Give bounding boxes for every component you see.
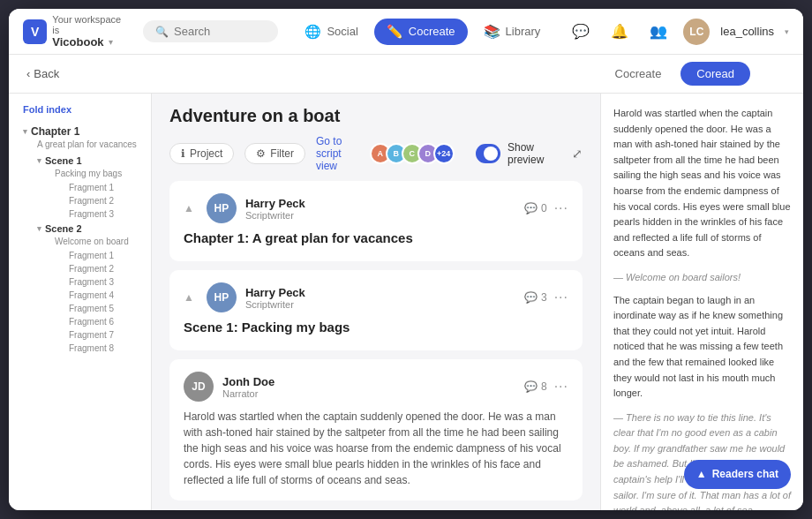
chapter-1-chevron: ▾ — [23, 127, 27, 136]
thread-title: Scene 1: Packing my bags — [184, 320, 568, 335]
chat-icon-btn[interactable]: 💬 — [567, 18, 595, 46]
comment-icon: 💬 — [524, 202, 538, 214]
fragment-item[interactable]: Fragment 1 — [23, 249, 137, 262]
logo-area[interactable]: V Your workspace is Vicobook ▾ — [23, 14, 129, 49]
scene-2-header[interactable]: ▾ Scene 2 — [23, 221, 137, 237]
comment-icon: 💬 — [524, 380, 538, 393]
thread-body: Harold was startled when the captain sud… — [184, 409, 568, 488]
count-value: 3 — [541, 291, 547, 304]
fragment-item[interactable]: Fragment 2 — [23, 262, 137, 275]
show-preview-toggle[interactable]: Show preview — [476, 141, 554, 166]
nav-item-cocreate[interactable]: ✏️ Cocreate — [374, 19, 468, 45]
scroll-content: ▲ HP Harry Peck Scriptwriter 💬 0 ··· — [152, 181, 600, 510]
page-title: Adventure on a boat — [169, 106, 583, 126]
user-name: lea_collins — [720, 25, 774, 38]
thread-item: JH Jane Harris Captain 💬 1 ··· — [169, 509, 583, 510]
scene-2-subtitle: Welcome on board — [23, 237, 137, 246]
nav-item-social[interactable]: 🌐 Social — [292, 19, 370, 45]
toggle-switch[interactable] — [476, 144, 500, 163]
chat-up-icon: ▲ — [696, 466, 707, 483]
fragment-item[interactable]: Fragment 3 — [23, 207, 137, 221]
collapse-icon[interactable]: ▲ — [184, 202, 194, 214]
filter-label: Filter — [270, 147, 294, 160]
fragment-item[interactable]: Fragment 8 — [23, 342, 137, 355]
chapter-1-header[interactable]: ▾ Chapter 1 — [23, 125, 137, 138]
thread-item: ▲ HP Harry Peck Scriptwriter 💬 0 ··· — [169, 181, 583, 261]
scene-2-label: Scene 2 — [45, 223, 82, 234]
count-value: 8 — [541, 380, 547, 393]
thread-item: JD Jonh Doe Narrator 💬 8 ··· — [169, 359, 583, 500]
social-icon: 🌐 — [304, 24, 321, 40]
user-name: Harry Peck — [245, 286, 305, 299]
thread-meta: 💬 3 ··· — [524, 290, 568, 305]
user-role: Scriptwriter — [245, 299, 305, 310]
back-button[interactable]: ‹ Back — [26, 67, 59, 80]
search-bar[interactable]: 🔍 — [143, 20, 278, 42]
search-input[interactable] — [174, 25, 262, 38]
user-role: Narrator — [222, 388, 274, 399]
readers-chat-label: Readers chat — [712, 466, 778, 483]
scene-1-header[interactable]: ▾ Scene 1 — [23, 153, 137, 169]
thread-title: Chapter 1: A great plan for vacances — [184, 230, 568, 245]
more-button[interactable]: ··· — [554, 290, 568, 305]
more-button[interactable]: ··· — [554, 379, 568, 395]
user-info: Jonh Doe Narrator — [222, 375, 274, 399]
project-button[interactable]: ℹ Project — [169, 143, 234, 164]
readers-chat-button[interactable]: ▲ Readers chat — [684, 460, 791, 489]
content-area: Adventure on a boat ℹ Project ⚙ Filter G… — [152, 94, 600, 510]
expand-icon[interactable]: ⤢ — [572, 147, 583, 161]
fragment-item[interactable]: Fragment 1 — [23, 181, 137, 194]
scene-1-chevron: ▾ — [37, 156, 41, 165]
fragment-item[interactable]: Fragment 3 — [23, 275, 137, 289]
thread-header: ▲ HP Harry Peck Scriptwriter 💬 3 ··· — [184, 282, 568, 312]
fragment-item[interactable]: Fragment 5 — [23, 302, 137, 315]
avatar: HP — [207, 193, 237, 223]
user-info: Harry Peck Scriptwriter — [245, 197, 305, 221]
fragment-item[interactable]: Fragment 7 — [23, 328, 137, 342]
comment-icon: 💬 — [524, 291, 538, 304]
user-info: Harry Peck Scriptwriter — [245, 286, 305, 310]
user-name: Jonh Doe — [222, 375, 274, 388]
avatar-stack: A B C D +24 — [375, 143, 455, 164]
user-chevron-icon: ▾ — [785, 27, 789, 36]
fragment-item[interactable]: Fragment 2 — [23, 194, 137, 207]
go-to-script-button[interactable]: Go to script view — [316, 135, 354, 172]
logo-icon: V — [23, 19, 47, 44]
show-preview-label: Show preview — [508, 141, 554, 166]
main-layout: Fold index ▾ Chapter 1 A great plan for … — [9, 94, 803, 510]
tab-coread[interactable]: Coread — [680, 62, 750, 86]
subnav: ‹ Back Cocreate Coread — [9, 55, 803, 94]
nav-items: 🌐 Social ✏️ Cocreate 📚 Library — [292, 19, 553, 45]
filter-icon: ⚙ — [256, 147, 266, 160]
comment-count: 💬 3 — [524, 291, 547, 304]
fragment-item[interactable]: Fragment 6 — [23, 315, 137, 328]
scene-1-subtitle: Packing my bags — [23, 169, 137, 178]
bell-icon-btn[interactable]: 🔔 — [605, 18, 634, 46]
user-role: Scriptwriter — [245, 210, 305, 221]
content-toolbar: ℹ Project ⚙ Filter Go to script view A B… — [169, 135, 583, 172]
cocreate-icon: ✏️ — [387, 24, 403, 40]
search-icon: 🔍 — [155, 26, 169, 38]
topnav-right: 💬 🔔 👥 LC lea_collins ▾ — [567, 18, 789, 46]
nav-item-library[interactable]: 📚 Library — [471, 19, 553, 45]
scene-2-chevron: ▾ — [37, 224, 41, 233]
content-header: Adventure on a boat ℹ Project ⚙ Filter G… — [152, 94, 600, 181]
more-button[interactable]: ··· — [554, 200, 568, 216]
tab-cocreate[interactable]: Cocreate — [599, 62, 678, 86]
collapse-icon[interactable]: ▲ — [184, 291, 194, 304]
subnav-tabs: Cocreate Coread — [599, 62, 750, 86]
project-label: Project — [190, 147, 222, 160]
people-icon-btn[interactable]: 👥 — [644, 18, 673, 46]
scene-1-label: Scene 1 — [45, 155, 82, 166]
avatar: JD — [184, 372, 214, 402]
thread-item: ▲ HP Harry Peck Scriptwriter 💬 3 ··· — [169, 270, 583, 350]
thread-header: JD Jonh Doe Narrator 💬 8 ··· — [184, 372, 568, 402]
avatar[interactable]: LC — [683, 19, 710, 45]
avatar-count: +24 — [433, 143, 455, 164]
fragment-item[interactable]: Fragment 4 — [23, 289, 137, 302]
filter-button[interactable]: ⚙ Filter — [244, 143, 305, 164]
avatar: HP — [207, 282, 237, 312]
workspace-label: Your workspace is — [52, 14, 129, 35]
toggle-dot — [484, 147, 498, 161]
topnav: V Your workspace is Vicobook ▾ 🔍 🌐 Socia… — [9, 9, 803, 55]
